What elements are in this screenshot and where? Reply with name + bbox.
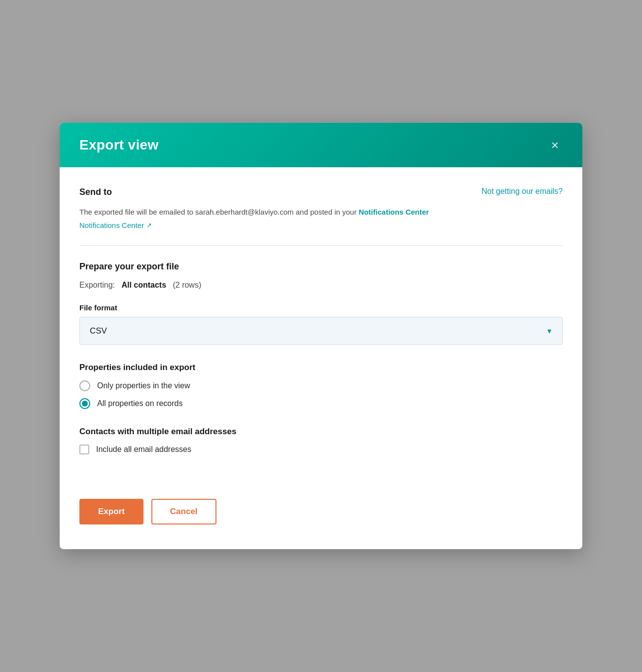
modal-title: Export view <box>79 137 158 153</box>
include-all-emails-checkbox[interactable] <box>79 445 89 454</box>
modal-header: Export view × <box>60 123 582 167</box>
send-to-label: Send to <box>79 187 112 197</box>
properties-section-label: Properties included in export <box>79 363 563 373</box>
modal-body: Send to Not getting our emails? The expo… <box>60 167 582 499</box>
export-button[interactable]: Export <box>79 499 143 524</box>
not-getting-emails-link[interactable]: Not getting our emails? <box>481 187 563 196</box>
email-description: The exported file will be emailed to sar… <box>79 206 563 218</box>
multiple-email-section: Contacts with multiple email addresses I… <box>79 427 563 454</box>
multiple-email-label: Contacts with multiple email addresses <box>79 427 563 437</box>
radio-item-all-props[interactable]: All properties on records <box>79 398 563 409</box>
send-to-row: Send to Not getting our emails? <box>79 187 563 197</box>
modal-overlay: Export view × Send to Not getting our em… <box>0 0 642 672</box>
radio-label-view-only: Only properties in the view <box>97 381 190 390</box>
external-link-icon: ↗ <box>146 222 152 229</box>
exporting-value: All contacts <box>121 281 166 289</box>
notifications-center-inline-link[interactable]: Notifications Center <box>358 208 429 216</box>
radio-group: Only properties in the view All properti… <box>79 380 563 409</box>
notifications-center-link-text: Notifications Center <box>79 221 144 229</box>
modal-container: Export view × Send to Not getting our em… <box>60 123 582 549</box>
file-format-wrapper: CSV Excel (XLSX) ▼ <box>79 317 563 345</box>
radio-dot <box>82 401 88 407</box>
include-all-emails-label: Include all email addresses <box>96 445 191 454</box>
cancel-button[interactable]: Cancel <box>151 499 216 524</box>
exporting-label: Exporting: <box>79 281 115 289</box>
exporting-suffix: (2 rows) <box>173 281 201 289</box>
file-format-label: File format <box>79 303 563 312</box>
properties-section: Properties included in export Only prope… <box>79 363 563 409</box>
exporting-row: Exporting: All contacts (2 rows) <box>79 281 563 290</box>
radio-input-view-only[interactable] <box>79 380 90 391</box>
radio-item-view-only[interactable]: Only properties in the view <box>79 380 563 391</box>
radio-label-all-props: All properties on records <box>97 399 182 408</box>
description-text-before: The exported file will be emailed to sar… <box>79 208 358 216</box>
close-button[interactable]: × <box>547 137 563 153</box>
include-all-emails-checkbox-item[interactable]: Include all email addresses <box>79 445 563 454</box>
file-format-select[interactable]: CSV Excel (XLSX) <box>79 317 563 345</box>
section-divider <box>79 245 563 246</box>
radio-input-all-props[interactable] <box>79 398 90 409</box>
modal-footer: Export Cancel <box>60 499 582 549</box>
notifications-center-link[interactable]: Notifications Center ↗ <box>79 221 152 229</box>
prepare-export-title: Prepare your export file <box>79 261 563 272</box>
